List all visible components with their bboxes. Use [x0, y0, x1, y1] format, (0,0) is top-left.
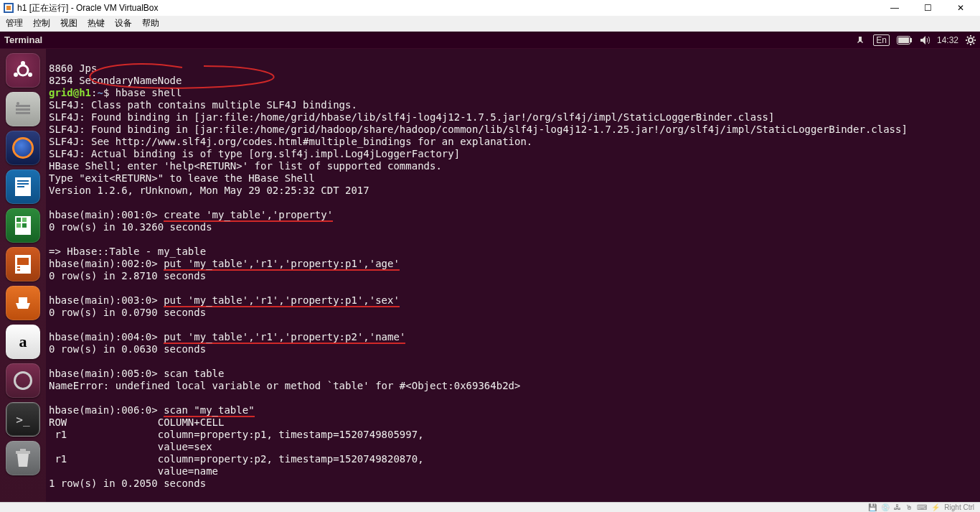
launcher-calc[interactable] [6, 208, 40, 243]
svg-rect-35 [17, 269, 20, 271]
svg-line-12 [974, 42, 975, 44]
launcher-trash[interactable] [6, 441, 40, 475]
line: NameError: undefined local variable or m… [49, 380, 520, 391]
svg-line-13 [967, 42, 969, 44]
launcher-dash[interactable] [6, 53, 40, 88]
svg-line-14 [974, 37, 975, 38]
prompt: hbase(main):002:0> [49, 258, 164, 269]
launcher-software[interactable] [6, 286, 40, 320]
line: Version 1.2.6, rUnknown, Mon May 29 02:2… [49, 185, 369, 196]
cmd-put-name: put 'my_table','r1','property:p2','name' [164, 331, 405, 344]
active-app-title: Terminal [4, 34, 42, 45]
menu-devices[interactable]: 设备 [115, 17, 132, 29]
status-hostkey: Right Ctrl [944, 503, 974, 511]
line: SLF4J: Class path contains multiple SLF4… [49, 99, 357, 111]
battery-icon[interactable] [897, 36, 913, 45]
svg-rect-4 [910, 38, 912, 42]
line: ROW COLUMN+CELL [49, 416, 224, 428]
svg-rect-20 [16, 108, 30, 111]
trash-icon [14, 448, 32, 468]
prompt: hbase(main):003:0> [49, 294, 164, 306]
virtualbox-statusbar: 💾 💿 🖧 🖱 ⌨ ⚡ Right Ctrl [0, 502, 980, 512]
launcher-firefox[interactable] [6, 131, 40, 165]
svg-rect-38 [20, 449, 26, 451]
status-mouse-icon: 🖱 [905, 503, 913, 511]
cmd-put-age: put 'my_table','r1','property:p1','age' [164, 258, 400, 271]
cmd-hbase-shell: hbase shell [116, 87, 182, 98]
svg-rect-2 [6, 6, 11, 10]
maximize-button[interactable]: ☐ [911, 0, 944, 16]
svg-rect-24 [17, 180, 29, 182]
cmd-put-sex: put 'my_table','r1','property:p1','sex' [164, 294, 400, 307]
line: value=sex [49, 441, 212, 452]
line: r1 column=property:p1, timestamp=1520749… [49, 429, 424, 440]
amazon-icon: a [19, 332, 27, 351]
status-network-icon: 🖧 [894, 503, 901, 511]
virtualbox-icon [3, 2, 14, 14]
line: => Hbase::Table - my_table [49, 246, 206, 257]
line: 8254 SecondaryNameNode [49, 75, 182, 86]
virtualbox-menubar: 管理 控制 视图 热键 设备 帮助 [0, 16, 980, 32]
prompt-user: grid@h1 [49, 87, 91, 98]
svg-line-11 [967, 37, 969, 38]
cmd-create: create 'my_table','property' [164, 209, 333, 222]
line: 0 row(s) in 0.0790 seconds [49, 307, 206, 318]
svg-rect-31 [22, 223, 27, 228]
volume-icon[interactable] [920, 35, 930, 45]
svg-point-17 [28, 73, 32, 77]
svg-rect-19 [16, 105, 30, 107]
status-keyboard-icon: ⌨ [917, 503, 927, 511]
svg-rect-26 [17, 186, 24, 187]
svg-rect-5 [898, 37, 909, 43]
system-menu-gear-icon[interactable] [966, 35, 976, 45]
launcher-amazon[interactable]: a [6, 325, 40, 359]
line: SLF4J: Actual binding is of type [org.sl… [49, 148, 460, 159]
launcher-settings[interactable] [6, 363, 40, 398]
svg-rect-28 [17, 218, 21, 222]
host-titlebar: h1 [正在运行] - Oracle VM VirtualBox — ☐ ✕ [0, 0, 980, 16]
terminal-output[interactable]: 8860 Jps 8254 SecondaryNameNode grid@h1:… [46, 49, 980, 502]
clock[interactable]: 14:32 [937, 35, 958, 45]
svg-point-16 [21, 61, 25, 65]
firefox-icon [12, 137, 34, 159]
menu-manage[interactable]: 管理 [6, 17, 23, 29]
cmd-scan-mytable: scan "my_table" [164, 404, 254, 417]
menu-hotkeys[interactable]: 热键 [88, 17, 105, 29]
line: r1 column=property:p2, timestamp=1520749… [49, 453, 424, 465]
svg-rect-36 [19, 297, 27, 303]
line: 8860 Jps [49, 62, 97, 74]
svg-rect-29 [22, 218, 27, 222]
cmd-scan-table: scan table [164, 368, 224, 379]
prompt-path: ~ [97, 87, 103, 98]
menu-view[interactable]: 视图 [60, 17, 77, 29]
svg-point-18 [14, 73, 18, 77]
line: HBase Shell; enter 'help<RETURN>' for li… [49, 160, 442, 172]
line: Type "exit<RETURN>" to leave the HBase S… [49, 172, 315, 184]
host-title: h1 [正在运行] - Oracle VM VirtualBox [17, 2, 159, 14]
prompt: hbase(main):004:0> [49, 331, 164, 343]
svg-rect-30 [17, 223, 21, 228]
launcher-files[interactable] [6, 92, 40, 126]
launcher-writer[interactable] [6, 169, 40, 204]
line: 0 row(s) in 10.3260 seconds [49, 221, 212, 233]
network-icon[interactable] [856, 35, 866, 45]
unity-launcher: a >_ [0, 49, 46, 502]
terminal-icon: >_ [16, 413, 29, 427]
svg-rect-33 [17, 258, 29, 265]
menu-help[interactable]: 帮助 [142, 17, 159, 29]
svg-point-22 [17, 102, 19, 105]
line: 1 row(s) in 0.2050 seconds [49, 478, 206, 489]
line: SLF4J: See http://www.slf4j.org/codes.ht… [49, 136, 532, 147]
status-power-icon: ⚡ [931, 503, 940, 511]
launcher-terminal[interactable]: >_ [6, 402, 40, 437]
launcher-impress[interactable] [6, 247, 40, 281]
input-source-indicator[interactable]: En [873, 34, 890, 46]
svg-rect-25 [17, 183, 29, 185]
minimize-button[interactable]: — [878, 0, 911, 16]
status-disk-icon: 💾 [868, 503, 877, 511]
menu-control[interactable]: 控制 [33, 17, 50, 29]
svg-rect-21 [16, 112, 30, 114]
close-button[interactable]: ✕ [944, 0, 977, 16]
gear-icon [14, 371, 32, 390]
prompt: hbase(main):006:0> [49, 404, 164, 416]
